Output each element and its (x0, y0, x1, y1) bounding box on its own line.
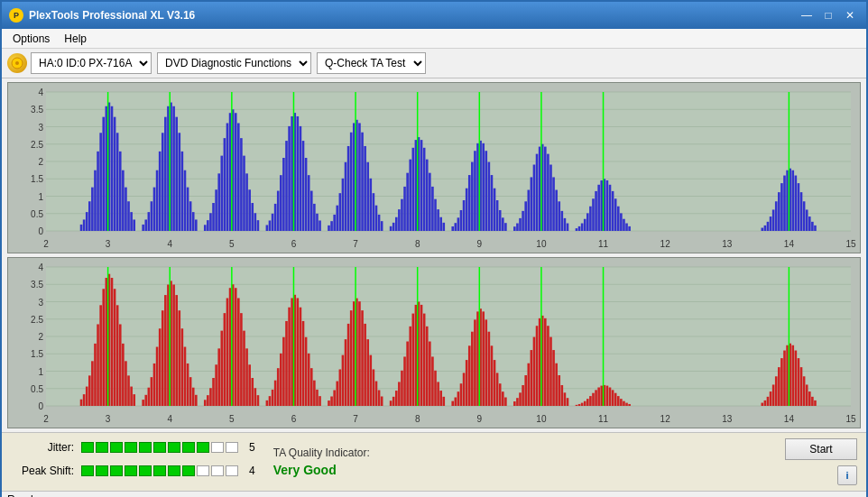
meter-segment (197, 442, 209, 453)
meter-segment (125, 442, 137, 453)
meter-segment (110, 465, 123, 476)
meter-segment (153, 465, 166, 476)
meter-segment (211, 465, 224, 476)
function-select[interactable]: DVD Diagnostic Functions (157, 52, 311, 74)
info-button[interactable]: i (837, 465, 857, 485)
jitter-label: Jitter: (11, 441, 74, 454)
top-chart (7, 82, 861, 253)
meter-segment (96, 465, 108, 476)
action-section: Start i (785, 438, 857, 485)
peakshift-meter (81, 465, 238, 476)
peakshift-row: Peak Shift: 4 (11, 465, 255, 477)
meter-segment (110, 442, 123, 453)
meter-segment (81, 442, 94, 453)
bottom-panel: Jitter: 5 Peak Shift: 4 TA Quality Indic… (2, 432, 866, 491)
meter-segment (96, 442, 108, 453)
bottom-chart-canvas (8, 258, 860, 428)
status-text: Ready (7, 493, 39, 497)
minimize-button[interactable]: — (798, 7, 816, 23)
start-button[interactable]: Start (785, 438, 857, 460)
device-select[interactable]: HA:0 ID:0 PX-716A (31, 52, 152, 74)
ta-quality-label: TA Quality Indicator: (273, 446, 370, 459)
meter-segment (125, 465, 137, 476)
peakshift-value: 4 (249, 465, 255, 477)
status-bar: Ready (2, 491, 866, 497)
device-icon (7, 53, 27, 73)
top-chart-canvas (8, 83, 860, 253)
menu-help[interactable]: Help (57, 31, 94, 47)
peakshift-label: Peak Shift: (11, 465, 74, 477)
test-select[interactable]: Q-Check TA Test (317, 52, 426, 74)
close-button[interactable]: ✕ (841, 7, 859, 23)
meter-segment (168, 442, 180, 453)
meter-segment (182, 442, 195, 453)
meter-segment (182, 465, 195, 476)
window-controls: — □ ✕ (798, 7, 859, 23)
meter-segment (197, 465, 209, 476)
charts-area (2, 78, 866, 432)
window-title: PlexTools Professional XL V3.16 (29, 9, 195, 22)
meter-segment (168, 465, 180, 476)
meter-segment (226, 442, 238, 453)
metrics-panel: Jitter: 5 Peak Shift: 4 (11, 441, 255, 483)
svg-point-1 (15, 61, 19, 65)
meter-segment (153, 442, 166, 453)
meter-segment (81, 465, 94, 476)
jitter-row: Jitter: 5 (11, 441, 255, 454)
bottom-chart (7, 257, 861, 428)
app-icon: P (9, 8, 23, 23)
title-bar: P PlexTools Professional XL V3.16 — □ ✕ (2, 2, 866, 29)
meter-segment (226, 465, 238, 476)
menu-options[interactable]: Options (5, 31, 57, 47)
jitter-meter (81, 442, 238, 453)
meter-segment (211, 442, 224, 453)
meter-segment (139, 465, 152, 476)
ta-quality-section: TA Quality Indicator: Very Good (273, 446, 370, 477)
device-selector-wrap: HA:0 ID:0 PX-716A (7, 52, 152, 74)
jitter-value: 5 (249, 441, 255, 454)
maximize-button[interactable]: □ (819, 7, 837, 23)
toolbar: HA:0 ID:0 PX-716A DVD Diagnostic Functio… (2, 49, 866, 78)
ta-quality-value: Very Good (273, 463, 370, 477)
menu-bar: Options Help (2, 29, 866, 49)
meter-segment (139, 442, 152, 453)
